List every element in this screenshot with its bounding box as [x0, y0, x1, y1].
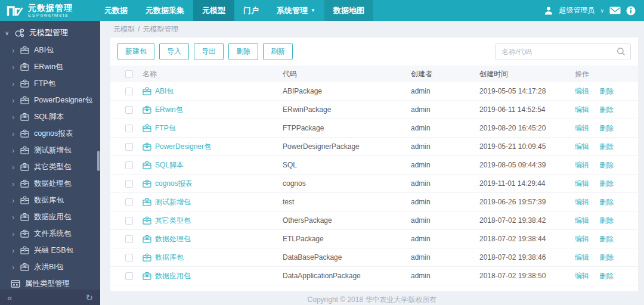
user-chevron-down-icon[interactable]: ∨ — [600, 8, 604, 14]
package-code: ETLPackage — [280, 235, 408, 243]
sidebar-item-6[interactable]: › cognos报表 — [0, 125, 100, 142]
sidebar-item-label: 数据应用包 — [34, 212, 72, 222]
sidebar-item-9[interactable]: › 数据处理包 — [0, 175, 100, 192]
username[interactable]: 超级管理员 — [559, 5, 595, 15]
sidebar-root-item[interactable]: ∨ 元模型管理 — [0, 24, 100, 42]
toolbar-button-4[interactable]: 删除 — [228, 43, 258, 60]
row-checkbox[interactable] — [125, 143, 133, 151]
row-checkbox[interactable] — [125, 235, 133, 243]
refresh-icon[interactable]: ↻ — [85, 293, 93, 302]
toolbar-button-3[interactable]: 导出 — [194, 43, 224, 60]
row-checkbox[interactable] — [125, 88, 133, 95]
edit-link[interactable]: 编辑 — [575, 179, 589, 188]
row-checkbox[interactable] — [125, 106, 133, 114]
toolbar-button-5[interactable]: 刷新 — [263, 43, 293, 60]
package-name-link[interactable]: FTP包 — [155, 123, 176, 133]
sidebar-item-11[interactable]: › 数据应用包 — [0, 208, 100, 225]
sidebar-root-label: 元模型管理 — [29, 27, 68, 38]
sidebar-item-12[interactable]: › 文件系统包 — [0, 225, 100, 242]
row-checkbox[interactable] — [125, 125, 133, 132]
sidebar-item-7[interactable]: › 测试新增包 — [0, 142, 100, 158]
sidebar-item-label: SQL脚本 — [34, 112, 64, 122]
nav-item-3[interactable]: 元模型 — [193, 0, 234, 21]
sidebar-item-1[interactable]: › ABI包 — [0, 42, 100, 58]
delete-link[interactable]: 删除 — [599, 198, 614, 206]
col-name: 名称 — [140, 69, 280, 79]
package-name-link[interactable]: 测试新增包 — [155, 197, 191, 207]
package-icon — [20, 263, 29, 271]
edit-link[interactable]: 编辑 — [575, 235, 589, 243]
package-icon — [143, 161, 151, 169]
row-checkbox[interactable] — [125, 217, 133, 225]
package-name-link[interactable]: PowerDesigner包 — [155, 142, 211, 152]
row-checkbox[interactable] — [125, 198, 133, 206]
chevron-right-icon: › — [12, 129, 20, 138]
package-name-link[interactable]: SQL脚本 — [155, 160, 184, 170]
nav-item-5[interactable]: 系统管理 ▼ — [268, 0, 324, 21]
breadcrumb-parent[interactable]: 元模型 — [113, 25, 135, 33]
row-checkbox[interactable] — [125, 180, 133, 188]
edit-link[interactable]: 编辑 — [575, 105, 589, 114]
table-row: ABI包 ABIPackage admin 2019-05-05 14:17:2… — [110, 82, 638, 101]
delete-link[interactable]: 删除 — [599, 179, 614, 188]
mail-icon[interactable] — [609, 6, 621, 15]
edit-link[interactable]: 编辑 — [575, 253, 589, 262]
delete-link[interactable]: 删除 — [599, 272, 614, 280]
edit-link[interactable]: 编辑 — [575, 87, 589, 95]
top-navbar: 元数据管理 ESPowerMeta 元数据 元数据采集 元模型 门户 系统管理 … — [0, 0, 644, 21]
edit-link[interactable]: 编辑 — [575, 124, 589, 132]
edit-link[interactable]: 编辑 — [575, 198, 589, 206]
package-creator: admin — [408, 216, 477, 225]
edit-link[interactable]: 编辑 — [575, 272, 589, 280]
collapse-sidebar-icon[interactable]: « — [7, 293, 12, 302]
chevron-right-icon: › — [12, 263, 20, 272]
sidebar-scrollbar[interactable] — [97, 151, 100, 171]
nav-item-6[interactable]: 数据地图 — [324, 0, 373, 21]
toolbar-button-2[interactable]: 导入 — [159, 43, 189, 60]
package-name-link[interactable]: ERwin包 — [155, 105, 183, 115]
row-checkbox[interactable] — [125, 254, 133, 262]
toolbar-button-1[interactable]: 新建包 — [117, 43, 154, 60]
info-icon[interactable] — [626, 6, 636, 15]
sidebar-item-4[interactable]: › PowerDesigner包 — [0, 92, 100, 108]
package-icon — [143, 87, 151, 95]
search-input[interactable] — [495, 43, 631, 60]
edit-link[interactable]: 编辑 — [575, 216, 589, 225]
delete-link[interactable]: 删除 — [599, 105, 614, 114]
delete-link[interactable]: 删除 — [599, 253, 614, 262]
nav-item-4[interactable]: 门户 — [234, 0, 268, 21]
delete-link[interactable]: 删除 — [599, 124, 614, 132]
package-name-link[interactable]: 数据处理包 — [155, 234, 191, 244]
package-creator: admin — [408, 161, 477, 169]
row-checkbox[interactable] — [125, 161, 133, 169]
nav-item-1[interactable]: 元数据 — [95, 0, 137, 21]
package-name-link[interactable]: 数据应用包 — [155, 271, 191, 281]
package-icon — [20, 179, 29, 188]
package-name-link[interactable]: 其它类型包 — [155, 216, 191, 226]
package-creator: admin — [408, 198, 477, 206]
nav-item-2[interactable]: 元数据采集 — [137, 0, 193, 21]
sidebar-item-5[interactable]: › SQL脚本 — [0, 108, 100, 125]
package-icon — [20, 46, 29, 54]
delete-link[interactable]: 删除 — [599, 142, 614, 151]
sidebar-item-13[interactable]: › 兴融 ESB包 — [0, 242, 100, 259]
delete-link[interactable]: 删除 — [599, 235, 614, 243]
select-all-checkbox[interactable] — [125, 70, 133, 78]
row-checkbox[interactable] — [125, 272, 133, 280]
delete-link[interactable]: 删除 — [599, 161, 614, 169]
package-icon — [20, 63, 29, 71]
sidebar-item-2[interactable]: › ERwin包 — [0, 58, 100, 75]
edit-link[interactable]: 编辑 — [575, 142, 589, 151]
delete-link[interactable]: 删除 — [599, 87, 614, 95]
sidebar-item-14[interactable]: › 永洪BI包 — [0, 259, 100, 275]
search-icon[interactable] — [617, 47, 626, 58]
package-icon — [143, 253, 151, 262]
sidebar-item-8[interactable]: › 其它类型包 — [0, 158, 100, 175]
edit-link[interactable]: 编辑 — [575, 161, 589, 169]
package-name-link[interactable]: ABI包 — [155, 86, 174, 97]
sidebar-item-10[interactable]: › 数据库包 — [0, 192, 100, 208]
package-name-link[interactable]: 数据库包 — [155, 253, 184, 263]
sidebar-item-3[interactable]: › FTP包 — [0, 75, 100, 92]
package-name-link[interactable]: cognos报表 — [155, 179, 193, 189]
delete-link[interactable]: 删除 — [599, 216, 614, 225]
